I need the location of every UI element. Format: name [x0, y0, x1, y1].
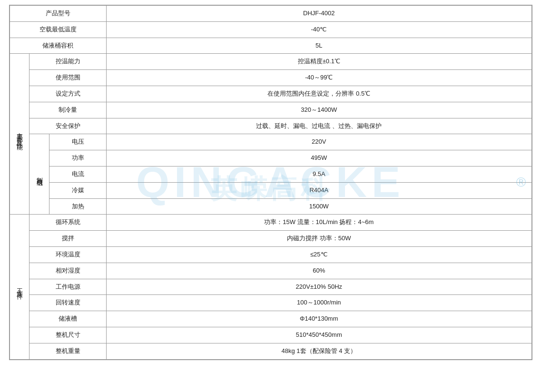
value-min-temp: -40℃	[107, 21, 531, 38]
value-work-power: 220V±10% 50Hz	[107, 279, 531, 295]
spec-table: 产品型号 DHJF-4002 空载最低温度 -40℃ 储液桶容积 5L 主要部件…	[10, 5, 532, 360]
label-compressor-section: 制冷机组	[30, 134, 49, 215]
table-row: 冷媒 R404A	[10, 182, 531, 198]
label-ambient-temp: 环境温度	[30, 246, 107, 263]
spec-table-container: QINGACKE 英嵘高科 ® 产品型号 DHJF-4002 空载最低温度 -4…	[9, 5, 532, 360]
table-row: 相对湿度 60%	[10, 263, 531, 279]
table-row: 产品型号 DHJF-4002	[10, 6, 531, 22]
label-reservoir: 储液槽	[30, 311, 107, 327]
value-humidity: 60%	[107, 263, 531, 279]
table-row: 加热 1500W	[10, 198, 531, 215]
label-work-section: 工作条件	[10, 215, 30, 359]
table-row: 整机尺寸 510*450*450mm	[10, 327, 531, 343]
table-row: 搅拌 内磁力搅拌 功率：50W	[10, 231, 531, 247]
table-row: 回转速度 100～1000r/min	[10, 295, 531, 311]
table-row: 工作条件 循环系统 功率：15W 流量：10L/min 扬程：4~6m	[10, 215, 531, 231]
label-stirring: 搅拌	[30, 231, 107, 247]
label-product-model: 产品型号	[10, 6, 107, 22]
label-set-method: 设定方式	[30, 86, 107, 102]
value-stirring: 内磁力搅拌 功率：50W	[107, 231, 531, 247]
table-row: 安全保护 过载、延时、漏电、过电流 、过热、漏电保护	[10, 118, 531, 134]
table-row: 设定方式 在使用范围内任意设定，分辨率 0.5℃	[10, 86, 531, 102]
label-machine-size: 整机尺寸	[30, 327, 107, 343]
label-refrigerant: 冷媒	[49, 182, 107, 198]
value-refrigerant: R404A	[107, 182, 531, 198]
table-row: 空载最低温度 -40℃	[10, 21, 531, 38]
value-set-method: 在使用范围内任意设定，分辨率 0.5℃	[107, 86, 531, 102]
label-cooling-capacity: 制冷量	[30, 102, 107, 118]
table-row: 制冷机组 电压 220V	[10, 134, 531, 150]
label-voltage: 电压	[49, 134, 107, 150]
value-voltage: 220V	[107, 134, 531, 150]
value-product-model: DHJF-4002	[107, 6, 531, 22]
label-machine-weight: 整机重量	[30, 343, 107, 359]
value-safety: 过载、延时、漏电、过电流 、过热、漏电保护	[107, 118, 531, 134]
label-heating: 加热	[49, 198, 107, 215]
table-row: 储液桶容积 5L	[10, 38, 531, 54]
label-main-section: 主要部件及性能	[10, 54, 30, 215]
label-circulation: 循环系统	[30, 215, 107, 231]
value-power: 495W	[107, 150, 531, 167]
table-row: 工作电源 220V±10% 50Hz	[10, 279, 531, 295]
value-ambient-temp: ≤25℃	[107, 246, 531, 263]
label-use-range: 使用范围	[30, 70, 107, 86]
label-humidity: 相对湿度	[30, 263, 107, 279]
table-row: 环境温度 ≤25℃	[10, 246, 531, 263]
value-use-range: -40～99℃	[107, 70, 531, 86]
table-row: 主要部件及性能 控温能力 控温精度±0.1℃	[10, 54, 531, 70]
value-temp-control: 控温精度±0.1℃	[107, 54, 531, 70]
value-machine-weight: 48kg 1套（配保险管 4 支）	[107, 343, 531, 359]
table-row: 电流 9.5A	[10, 166, 531, 182]
value-current: 9.5A	[107, 166, 531, 182]
table-row: 整机重量 48kg 1套（配保险管 4 支）	[10, 343, 531, 359]
table-row: 储液槽 Φ140*130mm	[10, 311, 531, 327]
value-rotation-speed: 100～1000r/min	[107, 295, 531, 311]
label-safety: 安全保护	[30, 118, 107, 134]
value-reservoir: Φ140*130mm	[107, 311, 531, 327]
value-tank-volume: 5L	[107, 38, 531, 54]
value-machine-size: 510*450*450mm	[107, 327, 531, 343]
table-row: 使用范围 -40～99℃	[10, 70, 531, 86]
value-cooling-capacity: 320～1400W	[107, 102, 531, 118]
label-min-temp: 空载最低温度	[10, 21, 107, 38]
value-heating: 1500W	[107, 198, 531, 215]
value-circulation: 功率：15W 流量：10L/min 扬程：4~6m	[107, 215, 531, 231]
table-row: 功率 495W	[10, 150, 531, 167]
label-rotation-speed: 回转速度	[30, 295, 107, 311]
label-temp-control: 控温能力	[30, 54, 107, 70]
label-current: 电流	[49, 166, 107, 182]
label-power: 功率	[49, 150, 107, 167]
label-work-power: 工作电源	[30, 279, 107, 295]
table-row: 制冷量 320～1400W	[10, 102, 531, 118]
label-tank-volume: 储液桶容积	[10, 38, 107, 54]
